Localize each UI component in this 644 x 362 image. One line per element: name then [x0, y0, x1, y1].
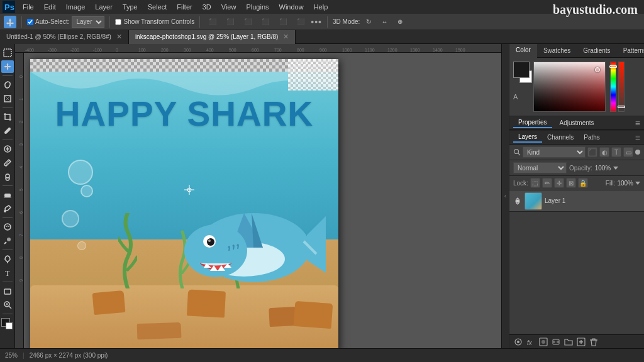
layers-tab-layers[interactable]: Layers [513, 132, 542, 143]
foreground-bg-color[interactable] [1, 318, 14, 331]
align-middle-btn[interactable]: ⬛ [275, 17, 291, 26]
align-left-btn[interactable]: ⬛ [205, 17, 220, 26]
tool-eraser[interactable] [1, 189, 14, 201]
menu-plugins[interactable]: Plugins [241, 2, 274, 12]
color-spectrum-slider[interactable] [610, 62, 616, 112]
align-right-btn[interactable]: ⬛ [240, 17, 255, 26]
menu-edit[interactable]: Edit [39, 2, 61, 12]
lock-artboard-btn[interactable]: ⊠ [566, 178, 576, 188]
status-separator: | [23, 352, 25, 359]
tool-stamp[interactable] [1, 170, 14, 183]
layer-shape-icon[interactable]: ▭ [623, 147, 633, 157]
lock-all-btn[interactable]: 🔒 [578, 178, 588, 188]
align-top-btn[interactable]: ⬛ [258, 17, 273, 26]
menu-image[interactable]: Image [61, 2, 91, 12]
3d-rotate-btn[interactable]: ↻ [362, 17, 375, 26]
layers-header: Layers Channels Paths ≡ [509, 131, 644, 145]
tool-brush[interactable] [1, 156, 14, 169]
layer-adjustment-btn[interactable] [551, 337, 561, 347]
color-tab-swatches[interactable]: Swatches [537, 44, 577, 58]
lock-pixels-btn[interactable]: ✏ [542, 178, 552, 188]
layer-delete-btn[interactable] [589, 337, 599, 347]
svg-point-35 [208, 239, 211, 242]
props-tab-properties[interactable]: Properties [513, 118, 552, 128]
layers-tab-paths[interactable]: Paths [579, 133, 605, 142]
tool-lasso[interactable] [1, 79, 14, 91]
fill-chevron[interactable] [635, 180, 640, 185]
toolbar-separator-2 [109, 16, 110, 28]
menu-bar: Ps File Edit Image Layer Type Select Fil… [0, 0, 644, 14]
menu-window[interactable]: Window [274, 2, 309, 12]
align-bottom-btn[interactable]: ⬛ [293, 17, 308, 26]
tool-pen[interactable] [1, 253, 14, 265]
menu-view[interactable]: View [216, 2, 242, 12]
color-alpha-slider[interactable] [618, 62, 625, 112]
align-center-btn[interactable]: ⬛ [223, 17, 238, 26]
tab-inkscape-close[interactable]: ✕ [283, 33, 289, 41]
props-panel-menu[interactable]: ≡ [635, 118, 640, 128]
props-tab-adjustments[interactable]: Adjustments [555, 118, 599, 128]
opacity-value[interactable]: 100% [595, 165, 611, 172]
toolbar-more-btn[interactable]: ••• [311, 17, 322, 27]
tool-object-select[interactable] [1, 92, 14, 105]
layer-visibility-toggle[interactable] [513, 197, 522, 206]
tab-untitled-close[interactable]: ✕ [116, 33, 122, 41]
layer-type-icon[interactable]: T [611, 147, 621, 157]
layer-pixel-icon[interactable]: ⬛ [587, 147, 597, 157]
color-tab-color[interactable]: Color [509, 44, 537, 58]
tool-dodge[interactable] [1, 234, 14, 247]
menu-type[interactable]: Type [118, 2, 143, 12]
color-tabs: Color Swatches Gradients Patterns ≡ [509, 44, 644, 58]
layer-link-btn[interactable] [513, 337, 523, 347]
tool-zoom[interactable] [1, 299, 14, 311]
menu-file[interactable]: File [18, 2, 39, 12]
tab-untitled[interactable]: Untitled-1 @ 50% (Ellipse 2, RGB/8#) ✕ [0, 30, 129, 44]
tool-text[interactable]: T [1, 266, 14, 279]
canvas-area[interactable]: HAPPY SHARK [24, 53, 501, 348]
tool-healing[interactable] [1, 143, 14, 155]
layer-item[interactable]: Layer 1 [509, 190, 644, 212]
menu-help[interactable]: Help [309, 2, 333, 12]
show-transform-checkbox[interactable]: Show Transform Controls [115, 18, 194, 25]
tool-shape[interactable] [1, 285, 14, 297]
tool-eyedropper[interactable] [1, 124, 14, 137]
lock-position-btn[interactable]: ✛ [554, 178, 564, 188]
color-tab-gradients[interactable]: Gradients [577, 44, 616, 58]
3d-pan-btn[interactable]: ↔ [377, 17, 391, 26]
layers-panel-menu[interactable]: ≡ [635, 133, 640, 143]
fill-value[interactable]: 100% [617, 180, 633, 187]
zoom-level[interactable]: 25% [5, 352, 18, 359]
layer-fx-btn[interactable]: fx [526, 337, 536, 347]
color-gradient-picker[interactable] [533, 62, 606, 112]
move-tool-btn[interactable] [4, 16, 16, 28]
auto-select-checkbox[interactable]: Auto-Select: [27, 18, 69, 25]
tool-crop[interactable] [1, 111, 14, 123]
tool-paint-bucket[interactable] [1, 202, 14, 215]
menu-filter[interactable]: Filter [172, 2, 197, 12]
layer-smart-icon[interactable] [635, 150, 640, 155]
layer-adjust-icon[interactable]: ◐ [599, 147, 609, 157]
layer-mask-btn[interactable] [538, 337, 548, 347]
tab-inkscape[interactable]: inkscape-photoshop1.svg @ 25% (Layer 1, … [129, 30, 296, 44]
layer-add-btn[interactable] [576, 337, 586, 347]
layers-tab-channels[interactable]: Channels [542, 133, 579, 142]
layer-select[interactable]: Layer [72, 16, 104, 28]
menu-3d[interactable]: 3D [197, 2, 216, 12]
opacity-chevron[interactable] [613, 165, 618, 170]
tool-blur[interactable] [1, 221, 14, 233]
ruler-and-canvas: 0 1 2 3 4 5 6 7 8 9 [15, 53, 501, 348]
color-tab-patterns[interactable]: Patterns [617, 44, 644, 58]
3d-mode-label: 3D Mode: [333, 18, 360, 25]
lock-transparent-btn[interactable]: ⬚ [530, 178, 540, 188]
blend-mode-select[interactable]: Normal [513, 162, 567, 173]
tool-separator-7 [3, 282, 13, 282]
menu-select[interactable]: Select [143, 2, 172, 12]
right-panel-collapse[interactable]: ‹ [501, 44, 509, 348]
foreground-color-swatch[interactable] [513, 62, 530, 78]
layer-kind-select[interactable]: Kind [523, 146, 586, 158]
menu-layer[interactable]: Layer [90, 2, 118, 12]
tool-move[interactable] [1, 60, 14, 73]
tool-marquee[interactable] [1, 47, 14, 59]
3d-zoom-btn[interactable]: ⊕ [394, 17, 406, 26]
layer-folder-btn[interactable] [564, 337, 574, 347]
